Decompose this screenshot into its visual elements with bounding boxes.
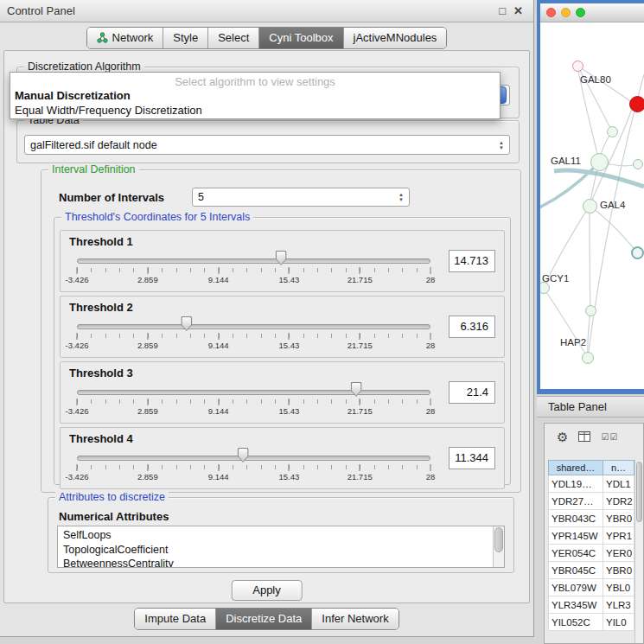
threshold-value-field[interactable]: 14.713 (449, 250, 495, 272)
threshold-value-field[interactable]: 21.4 (449, 381, 495, 404)
slider-tick-label: 28 (426, 341, 436, 350)
slider-major-ticks (77, 268, 430, 275)
table-scrollbar[interactable] (634, 460, 643, 643)
table-panel-toolbar: ⚙ ☑☑ (545, 424, 643, 450)
table-row[interactable]: YER054CYER0 (548, 545, 634, 562)
network-node[interactable] (629, 96, 644, 112)
tab-network[interactable]: Network (87, 28, 163, 48)
slider-major-tick (430, 399, 431, 405)
thresholds-group: Threshold's Coordinates for 5 Intervals … (54, 217, 511, 485)
slider-major-tick (147, 333, 148, 340)
network-node[interactable] (607, 126, 618, 137)
dropdown-option-manual-discretization[interactable]: Manual Discretization (10, 88, 500, 103)
slider-tick-label: 2.859 (137, 406, 158, 416)
network-node[interactable] (582, 352, 594, 364)
group-label: Discretization Algorithm (24, 61, 144, 73)
network-node[interactable] (585, 305, 596, 316)
scrollbar-thumb[interactable] (494, 527, 503, 552)
zoom-traffic-light-icon[interactable] (576, 8, 585, 17)
slider-major-tick (77, 267, 78, 274)
numerical-attributes-list[interactable]: SelfLoopsTopologicalCoefficientBetweenne… (57, 526, 505, 568)
network-node[interactable] (572, 61, 583, 72)
scrollbar-thumb[interactable] (636, 462, 642, 522)
slider-major-ticks (77, 334, 430, 341)
slider-tick-label: 9.144 (208, 406, 229, 416)
tab-infer-network[interactable]: Infer Network (311, 609, 398, 629)
minimize-traffic-light-icon[interactable] (561, 8, 571, 17)
num-intervals-combo[interactable]: 5 ▲ ▼ (192, 188, 410, 207)
table-row[interactable]: YBL079WYBL0 (548, 579, 634, 596)
attribute-list-item[interactable]: TopologicalCoefficient (63, 543, 490, 558)
close-traffic-light-icon[interactable] (546, 8, 556, 17)
num-intervals-value: 5 (198, 191, 204, 203)
slider-tick-label: -3.426 (66, 275, 89, 284)
slider-track[interactable] (77, 324, 430, 329)
table-cell: YDL1 (603, 475, 634, 493)
slider-major-tick (77, 399, 78, 405)
slider-track[interactable] (77, 258, 430, 264)
network-node[interactable] (631, 246, 644, 259)
close-window-icon[interactable]: ✕ (513, 5, 523, 16)
slider-major-ticks (77, 465, 430, 472)
table-row[interactable]: YBR045CYBR0 (548, 562, 634, 579)
gear-icon[interactable]: ⚙ (557, 430, 568, 443)
control-panel-titlebar: Control Panel □ ✕ (0, 0, 533, 22)
tab-impute-data[interactable]: Impute Data (135, 609, 215, 629)
slider-track[interactable] (77, 390, 430, 395)
table-cell: YBR0 (603, 510, 634, 527)
algorithm-dropdown-popup: Select algorithm to view settings Manual… (10, 72, 501, 119)
tab-select[interactable]: Select (207, 28, 258, 48)
columns-icon[interactable] (578, 431, 590, 442)
cyni-toolbox-panel: Discretization Algorithm ▲ ▼ Select algo… (3, 50, 530, 603)
apply-button[interactable]: Apply (231, 580, 303, 601)
network-node[interactable] (633, 159, 643, 169)
group-label: Threshold's Coordinates for 5 Intervals (61, 211, 253, 223)
bottom-tabbar: Impute Data Discretize Data Infer Networ… (0, 608, 533, 630)
table-row[interactable]: YDL19…YDL1 (548, 475, 634, 493)
threshold-slider[interactable]: -3.4262.8599.14415.4321.71528 (69, 250, 438, 286)
threshold-slider[interactable]: -3.4262.8599.14415.4321.71528 (69, 447, 438, 483)
network-node[interactable] (590, 153, 609, 171)
slider-tick-label: 9.144 (208, 472, 229, 481)
threshold-slider[interactable]: -3.4262.8599.14415.4321.71528 (69, 316, 438, 352)
threshold-panel: Threshold 4 -3.4262.8599.14415.4321.7152… (60, 427, 505, 489)
float-window-icon[interactable]: □ (499, 5, 506, 16)
select-columns-checkbox-icon[interactable]: ☑☑ (601, 432, 618, 442)
slider-major-tick (360, 267, 360, 274)
slider-tick-label: -3.426 (66, 406, 89, 416)
slider-major-tick (360, 464, 360, 471)
threshold-value-field[interactable]: 11.344 (449, 447, 495, 469)
tab-discretize-data[interactable]: Discretize Data (215, 609, 311, 629)
table-row[interactable]: YDR27…YDR2 (548, 493, 634, 510)
list-scrollbar[interactable] (493, 526, 504, 567)
network-canvas[interactable]: GAL80GAL11GAL4GCY1HAP2 (540, 22, 644, 389)
network-window-titlebar[interactable] (540, 3, 644, 22)
slider-major-tick (147, 399, 148, 405)
table-row[interactable]: YBR043CYBR0 (548, 510, 634, 527)
slider-tick-label: 21.715 (348, 341, 373, 350)
attribute-list-item[interactable]: SelfLoops (63, 528, 490, 543)
table-row[interactable]: YPR145WYPR1 (548, 527, 634, 545)
threshold-slider[interactable]: -3.4262.8599.14415.4321.71528 (69, 381, 438, 418)
column-header[interactable]: n… (603, 460, 634, 475)
table-row[interactable]: YIL052CYIL0 (548, 614, 634, 631)
tab-label: Cyni Toolbox (269, 31, 333, 44)
table-data-combo[interactable]: galFiltered.sif default node ▲ ▼ (24, 135, 510, 155)
threshold-panel: Threshold 1 -3.4262.8599.14415.4321.7152… (60, 230, 505, 292)
tab-cyni-toolbox[interactable]: Cyni Toolbox (258, 28, 342, 48)
tab-label: Network (112, 31, 154, 44)
slider-track[interactable] (77, 456, 430, 461)
slider-major-tick (147, 267, 148, 274)
table-cell: YIL0 (603, 614, 634, 631)
interval-definition-group: Interval Definition Number of Intervals … (41, 169, 521, 493)
top-tabbar: Network Style Select Cyni Toolbox jActiv… (0, 27, 533, 49)
table-row[interactable]: YLR345WYLR3 (548, 596, 634, 614)
slider-tick-label: -3.426 (66, 472, 89, 481)
tab-style[interactable]: Style (163, 28, 207, 48)
column-header[interactable]: shared… (548, 460, 603, 475)
attribute-list-item[interactable]: BetweennessCentrality (63, 557, 490, 568)
threshold-value-field[interactable]: 6.316 (449, 316, 495, 338)
network-node[interactable] (583, 199, 597, 214)
tab-jactivemnodules[interactable]: jActiveMNodules (343, 28, 447, 48)
dropdown-option-equal-width-frequency[interactable]: Equal Width/Frequency Discretization (10, 103, 500, 118)
